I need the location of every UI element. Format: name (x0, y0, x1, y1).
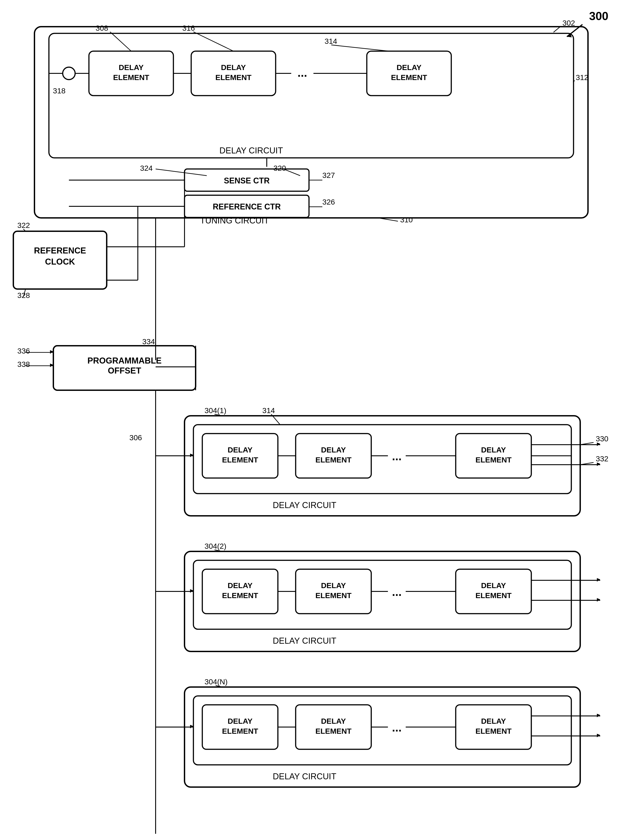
delay-el-3-304-2-label1: DELAY (481, 581, 506, 590)
label-322: 322 (17, 221, 30, 229)
delay-element-1-top-label2: ELEMENT (113, 73, 149, 82)
delay-el-1-304-1-label1: DELAY (228, 445, 253, 454)
delay-el-1-304-1-label2: ELEMENT (222, 456, 258, 464)
delay-el-1-304-2-label2: ELEMENT (222, 591, 258, 600)
label-306: 306 (130, 433, 142, 442)
svg-line-24 (151, 345, 160, 346)
svg-rect-0 (0, 0, 622, 840)
reference-clock-label1: REFERENCE (34, 246, 86, 255)
delay-el-3-304-1-label1: DELAY (481, 445, 506, 454)
delay-el-2-304-1-label2: ELEMENT (316, 456, 352, 464)
delay-el-2-304-2-label1: DELAY (321, 581, 346, 590)
label-332: 332 (596, 454, 608, 463)
label-326: 326 (322, 198, 335, 206)
tuning-circuit-label: TUNING CIRCUIT (200, 216, 269, 225)
dots-304-2: ... (392, 585, 401, 598)
delay-circuit-label-top: DELAY CIRCUIT (220, 146, 283, 155)
dots-304-1: ... (392, 450, 401, 463)
label-304-1: 304(1) (204, 406, 226, 415)
prog-offset-label2: OFFSET (108, 366, 141, 375)
label-318: 318 (53, 87, 66, 95)
delay-element-3-top-label: DELAY (396, 63, 421, 72)
delay-el-2-304-n-label1: DELAY (321, 717, 346, 725)
label-308: 308 (96, 24, 108, 32)
label-304-n: 304(N) (204, 677, 228, 686)
sense-ctr-label: SENSE CTR (224, 176, 270, 185)
label-314-top: 314 (325, 37, 337, 45)
delay-el-2-304-2-label2: ELEMENT (316, 591, 352, 600)
delay-el-3-304-2-label2: ELEMENT (476, 591, 512, 600)
label-316: 316 (182, 24, 195, 32)
label-327: 327 (322, 171, 335, 180)
delay-el-1-304-n-label2: ELEMENT (222, 727, 258, 735)
prog-offset-label1: PROGRAMMABLE (87, 356, 162, 365)
label-336: 336 (17, 347, 30, 355)
label-334: 334 (142, 337, 155, 346)
label-338: 338 (17, 360, 30, 368)
label-312: 312 (576, 73, 588, 82)
delay-circuit-label-304-1: DELAY CIRCUIT (273, 500, 336, 510)
dots-top: ... (297, 66, 307, 79)
delay-el-2-304-1-label1: DELAY (321, 445, 346, 454)
delay-el-3-304-n-label2: ELEMENT (476, 727, 512, 735)
label-302: 302 (563, 19, 575, 27)
delay-el-3-304-1-label2: ELEMENT (476, 456, 512, 464)
delay-el-2-304-n-label2: ELEMENT (316, 727, 352, 735)
delay-el-1-304-2-label1: DELAY (228, 581, 253, 590)
delay-el-3-304-n-label1: DELAY (481, 717, 506, 725)
label-324: 324 (140, 164, 153, 172)
dots-304-n: ... (392, 721, 401, 734)
label-320: 320 (273, 164, 286, 172)
reference-ctr-label: REFERENCE CTR (213, 202, 281, 211)
label-304-2: 304(2) (204, 542, 226, 550)
label-314-304-1: 314 (262, 406, 275, 415)
delay-element-1-top-label: DELAY (119, 63, 143, 72)
label-330: 330 (596, 434, 608, 443)
figure-number: 300 (589, 9, 608, 23)
delay-el-1-304-n-label1: DELAY (228, 717, 253, 725)
delay-element-2-top-label2: ELEMENT (215, 73, 252, 82)
delay-circuit-label-304-2: DELAY CIRCUIT (273, 636, 336, 645)
reference-clock-label2: CLOCK (45, 257, 75, 266)
delay-element-2-top-label: DELAY (221, 63, 246, 72)
delay-element-3-top-label2: ELEMENT (391, 73, 427, 82)
delay-circuit-label-304-n: DELAY CIRCUIT (273, 772, 336, 781)
label-310: 310 (400, 215, 413, 224)
